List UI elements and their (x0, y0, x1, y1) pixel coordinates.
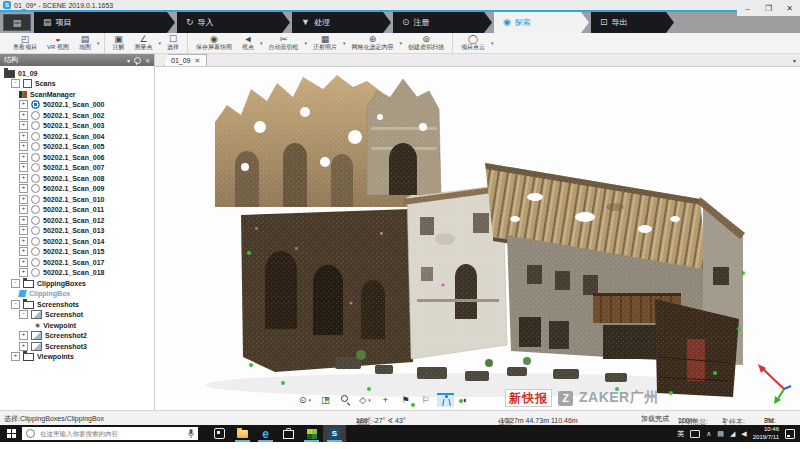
ribbon-tab[interactable]: ⊙ 注册 (393, 12, 492, 33)
expand-icon[interactable]: + (19, 226, 28, 235)
tree-item-clippingboxes[interactable]: - ClippingBoxes (0, 278, 154, 289)
network-icon[interactable]: ▤ (717, 430, 724, 437)
ribbon-tab[interactable]: ↻ 导入 (177, 12, 290, 33)
tree-item-scan[interactable]: + 50202.1_Scan_008 (0, 173, 154, 184)
expand-icon[interactable]: + (19, 132, 28, 141)
tree-item-clippingbox[interactable]: ClippingBox (0, 289, 154, 300)
taskbar-search[interactable] (22, 427, 198, 440)
toolbar-button[interactable]: ☐ 选择 (162, 33, 184, 53)
panel-close-icon[interactable]: ✕ (145, 57, 150, 64)
toolbar-button[interactable]: ◄ 视点 (237, 33, 259, 53)
tree-item-scans[interactable]: - Scans (0, 79, 154, 90)
taskbar-app-button[interactable] (277, 425, 300, 442)
toolbar-button[interactable]: ▣ 注解 (108, 33, 130, 53)
expand-icon[interactable]: + (11, 352, 20, 361)
chevron-down-icon[interactable]: ▾ (97, 40, 100, 46)
chevron-down-icon[interactable]: ▾ (159, 40, 162, 46)
tree-item-scan[interactable]: + 50202.1_Scan_015 (0, 247, 154, 258)
taskbar-app-button[interactable] (323, 425, 346, 442)
tree-item-screenshot2[interactable]: + Screenshot2 (0, 331, 154, 342)
view-tool-button[interactable]: ◫ (317, 393, 334, 407)
taskbar-app-button[interactable] (254, 425, 277, 442)
tree-item-scan[interactable]: + 50202.1_Scan_014 (0, 236, 154, 247)
tree-item-root[interactable]: 01_09 (0, 68, 154, 79)
ribbon-tab[interactable]: ▤ 项目 (34, 12, 175, 33)
tree-item-scan[interactable]: + 50202.1_Scan_017 (0, 257, 154, 268)
expand-icon[interactable]: + (19, 268, 28, 277)
tab-overflow-caret-icon[interactable]: ▾ (793, 57, 800, 64)
close-button[interactable]: ✕ (779, 0, 800, 16)
tree-item-scan[interactable]: + 50202.1_Scan_010 (0, 194, 154, 205)
tree-item-viewpoints[interactable]: + Viewpoints (0, 352, 154, 363)
toolbar-button[interactable]: ◒ VR 视图 (42, 33, 74, 53)
collapse-icon[interactable]: - (11, 79, 20, 88)
view-tool-button[interactable]: ⚐ (417, 393, 434, 407)
expand-icon[interactable]: + (19, 258, 28, 267)
tree-item-scan[interactable]: + 50202.1_Scan_006 (0, 152, 154, 163)
view-tool-button[interactable] (437, 393, 454, 407)
expand-icon[interactable]: + (19, 174, 28, 183)
tree-item-viewpoint[interactable]: ◉ Viewpoint (0, 320, 154, 331)
tree-item-scan[interactable]: + 50202.1_Scan_002 (0, 110, 154, 121)
view-tool-button[interactable]: + (377, 393, 394, 407)
chevron-down-icon[interactable]: ▾ (343, 40, 346, 46)
toolbar-button[interactable]: ▦ 正射照片 (308, 33, 342, 53)
panel-menu-caret-icon[interactable]: ▾ (127, 57, 130, 64)
expand-icon[interactable]: + (19, 142, 28, 151)
expand-icon[interactable]: + (19, 342, 28, 351)
view-tool-button[interactable]: ⚑ (397, 393, 414, 407)
clock[interactable]: 10:46 2019/7/11 (753, 426, 779, 441)
document-tab[interactable]: 01_09 ✕ (164, 54, 207, 66)
tree-item-scan[interactable]: + 50202.1_Scan_013 (0, 226, 154, 237)
toolbar-button[interactable]: ⊛ 网格化选定内容 (347, 33, 399, 53)
tree-item-scan[interactable]: + 50202.1_Scan_005 (0, 142, 154, 153)
tree-item-screenshots[interactable]: - Screenshots (0, 299, 154, 310)
expand-icon[interactable]: + (19, 100, 28, 109)
tray-expand-caret-icon[interactable]: ∧ (706, 430, 711, 437)
tree-item-scan[interactable]: + 50202.1_Scan_011 (0, 205, 154, 216)
tree-item-scan[interactable]: + 50202.1_Scan_004 (0, 131, 154, 142)
tree-item-scan[interactable]: + 50202.1_Scan_018 (0, 268, 154, 279)
start-button[interactable] (0, 425, 22, 442)
expand-icon[interactable]: + (19, 237, 28, 246)
tree-item-scan[interactable]: + 50202.1_Scan_003 (0, 121, 154, 132)
volume-icon[interactable]: ◀ (741, 430, 746, 437)
tree-item-screenshot1[interactable]: - Screenshot (0, 310, 154, 321)
view-tool-button[interactable]: ◐ (457, 393, 474, 407)
toolbar-button[interactable]: ✂ 自动剪切框 (264, 33, 304, 53)
touch-keyboard-icon[interactable] (690, 430, 700, 438)
maximize-button[interactable]: ❐ (758, 0, 779, 16)
view-tool-button[interactable]: ⊙ ▾ (297, 393, 314, 407)
3d-viewport[interactable]: ⊙ ▾ ◫ (155, 67, 800, 410)
expand-icon[interactable]: + (19, 205, 28, 214)
collapse-icon[interactable]: - (11, 279, 20, 288)
view-tool-button[interactable]: ◇ ▾ (357, 393, 374, 407)
action-center-icon[interactable] (785, 429, 795, 439)
toolbar-button[interactable]: ⊚ 创建虚拟扫描 (403, 33, 449, 53)
tree-item-scan[interactable]: + 50202.1_Scan_000 (0, 100, 154, 111)
collapse-icon[interactable]: - (19, 310, 28, 319)
ribbon-tab[interactable]: ⊡ 导出 (591, 12, 674, 33)
tree-item-scan[interactable]: + 50202.1_Scan_009 (0, 184, 154, 195)
expand-icon[interactable]: + (19, 184, 28, 193)
view-tool-button[interactable] (337, 393, 354, 407)
search-input[interactable] (38, 429, 185, 438)
taskbar-app-button[interactable] (231, 425, 254, 442)
expand-icon[interactable]: + (19, 121, 28, 130)
signal-icon[interactable]: ◢ (730, 430, 735, 437)
toolbar-button[interactable]: ◰ 查看项目 (8, 33, 42, 53)
expand-icon[interactable]: + (19, 153, 28, 162)
minimize-button[interactable]: – (737, 0, 758, 16)
tree-item-scan[interactable]: + 50202.1_Scan_007 (0, 163, 154, 174)
tab-close-icon[interactable]: ✕ (194, 57, 200, 65)
toolbar-button[interactable]: ∠ 测量点 (130, 33, 158, 53)
tree-item-scanmanager[interactable]: ScanManager (0, 89, 154, 100)
taskbar-app-button[interactable] (300, 425, 323, 442)
taskbar-app-button[interactable] (208, 425, 231, 442)
chevron-down-icon[interactable]: ▾ (260, 40, 263, 46)
app-menu-button[interactable]: ▤ (3, 14, 31, 31)
collapse-icon[interactable]: - (11, 300, 20, 309)
expand-icon[interactable]: + (19, 195, 28, 204)
toolbar-button[interactable]: ▤ 地图 (74, 33, 96, 53)
tree-item-screenshot3[interactable]: + Screenshot3 (0, 341, 154, 352)
